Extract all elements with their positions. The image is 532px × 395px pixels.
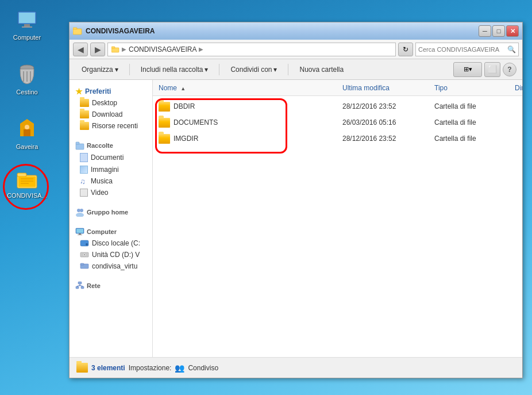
svg-rect-27 [79, 233, 81, 235]
table-row[interactable]: DBDIR 28/12/2016 23:52 Cartella di file [153, 98, 522, 114]
sidebar-sep-4 [70, 272, 152, 278]
preferiti-label: Preferiti [85, 87, 111, 95]
sidebar-preferiti-header[interactable]: ★ Preferiti [70, 85, 152, 97]
folder-icon-documents [159, 118, 170, 128]
minimize-button[interactable]: ─ [479, 25, 491, 37]
sidebar-raccolte-header[interactable]: Raccolte [70, 137, 152, 151]
doc-icon [80, 153, 88, 162]
sidebar-rete-header[interactable]: Rete [70, 278, 152, 292]
file-name-dbdir: DBDIR [159, 102, 342, 112]
col-name-header[interactable]: Nome ▲ [159, 84, 342, 92]
svg-rect-8 [24, 129, 30, 136]
file-modified-dbdir: 28/12/2016 23:52 [342, 102, 434, 110]
cestino-label: Cestino [16, 89, 37, 95]
sidebar-item-documenti[interactable]: Documenti [70, 151, 152, 164]
computer-icon-img [16, 9, 38, 32]
video-icon [80, 189, 88, 197]
preview-pane-button[interactable]: ⬜ [484, 62, 500, 77]
title-bar-left: CONDIVISAGAVEIRA [73, 26, 155, 36]
svg-rect-3 [22, 26, 32, 28]
title-bar: CONDIVISAGAVEIRA ─ □ ✕ [70, 22, 522, 40]
col-type-header[interactable]: Tipo [434, 84, 515, 92]
sidebar-item-label-risorse: Risorse recenti [92, 122, 138, 130]
sidebar-item-immagini[interactable]: Immagini [70, 164, 152, 175]
forward-button[interactable]: ▶ [90, 43, 105, 56]
svg-rect-12 [18, 177, 36, 187]
search-input[interactable] [418, 46, 505, 53]
breadcrumb-path: CONDIVISAGAVEIRA [129, 45, 196, 53]
sort-arrow-icon: ▲ [180, 86, 186, 91]
condivisa-label: CONDIVISA... [7, 192, 47, 199]
folder-icon-imgdir [159, 134, 170, 144]
desktop-icon-cestino[interactable]: Cestino [7, 63, 47, 95]
svg-rect-2 [24, 24, 30, 26]
refresh-button[interactable]: ↻ [398, 43, 413, 56]
cestino-icon-img [16, 63, 38, 86]
view-toggle-button[interactable]: ⊞▾ [453, 62, 482, 77]
sidebar-item-video[interactable]: Video [70, 187, 152, 198]
svg-point-9 [25, 125, 29, 129]
file-area: Nome ▲ Ultima modifica Tipo Dimensione [153, 80, 522, 357]
svg-point-30 [86, 243, 88, 246]
sidebar-item-risorse[interactable]: Risorse recenti [70, 120, 152, 132]
search-icon: 🔍 [507, 45, 516, 53]
status-shared-icon: 👥 [175, 363, 184, 373]
status-folder-icon [76, 363, 88, 373]
sidebar-item-desktop[interactable]: Desktop [70, 97, 152, 109]
sidebar-item-musica[interactable]: ♫ Musica [70, 175, 152, 187]
window-title: CONDIVISAGAVEIRA [86, 27, 155, 35]
desktop-icon-computer[interactable]: Computer [7, 9, 47, 41]
address-breadcrumb[interactable]: ▶ CONDIVISAGAVEIRA ▶ [107, 43, 396, 56]
sidebar-item-cd[interactable]: Unità CD (D:) V [70, 249, 152, 260]
sidebar-item-label-download: Download [92, 110, 122, 118]
search-box[interactable]: 🔍 [415, 43, 519, 56]
file-header: Nome ▲ Ultima modifica Tipo Dimensione [153, 80, 522, 96]
svg-line-40 [77, 285, 80, 286]
file-name-imgdir: IMGDIR [159, 134, 342, 144]
svg-point-23 [80, 209, 83, 212]
file-name-documents: DOCUMENTS [159, 118, 342, 128]
nuova-cartella-button[interactable]: Nuova cartella [293, 62, 350, 78]
refresh-icon: ↻ [403, 45, 408, 53]
status-shared-label: Condiviso [188, 364, 218, 372]
sidebar-sep-1 [70, 132, 152, 137]
sidebar-sep-3 [70, 218, 152, 224]
organizza-button[interactable]: Organizza ▾ [75, 62, 125, 78]
table-row[interactable]: DOCUMENTS 26/03/2016 05:16 Cartella di f… [153, 114, 522, 131]
raccolte-icon [75, 141, 84, 150]
music-icon: ♫ [80, 177, 88, 185]
sidebar-item-disco-locale[interactable]: Disco locale (C: [70, 237, 152, 249]
toolbar-separator-3 [288, 64, 288, 75]
computer-sidebar-icon [75, 227, 84, 236]
sidebar-item-condivisa-virtu[interactable]: condivisa_virtu [70, 260, 152, 272]
back-button[interactable]: ◀ [73, 43, 88, 56]
sidebar: ★ Preferiti Desktop Download Risorse rec… [70, 80, 153, 357]
help-button[interactable]: ? [503, 63, 516, 76]
col-modified-header[interactable]: Ultima modifica [342, 84, 434, 92]
svg-rect-17 [73, 28, 77, 29]
sidebar-gruppo-home-header[interactable]: Gruppo home [70, 204, 152, 218]
file-type-documents: Cartella di file [434, 118, 515, 126]
sidebar-computer-header[interactable]: Computer [70, 224, 152, 237]
svg-rect-26 [76, 229, 83, 233]
address-bar: ◀ ▶ ▶ CONDIVISAGAVEIRA ▶ ↻ 🔍 [70, 40, 522, 59]
svg-rect-1 [19, 13, 35, 23]
condivisa-icon-img [16, 167, 38, 190]
window-folder-icon [73, 26, 82, 36]
file-type-imgdir: Cartella di file [434, 135, 515, 143]
desktop-icon-condivisa[interactable]: CONDIVISA... [7, 167, 47, 199]
network-drive-icon [80, 262, 89, 270]
col-size-header[interactable]: Dimensione [515, 84, 522, 92]
svg-rect-37 [76, 286, 79, 289]
svg-line-41 [80, 285, 83, 286]
table-row[interactable]: IMGDIR 28/12/2016 23:52 Cartella di file [153, 131, 522, 147]
maximize-button[interactable]: □ [492, 25, 505, 37]
title-bar-controls: ─ □ ✕ [479, 25, 519, 37]
includi-button[interactable]: Includi nella raccolta ▾ [134, 62, 215, 78]
sidebar-item-download[interactable]: Download [70, 109, 152, 120]
close-button[interactable]: ✕ [506, 25, 519, 37]
hdd-icon [80, 239, 89, 247]
desktop-icon-gaveira[interactable]: Gaveira [7, 118, 47, 150]
condividi-button[interactable]: Condividi con ▾ [224, 62, 283, 78]
toolbar: Organizza ▾ Includi nella raccolta ▾ Con… [70, 59, 522, 80]
